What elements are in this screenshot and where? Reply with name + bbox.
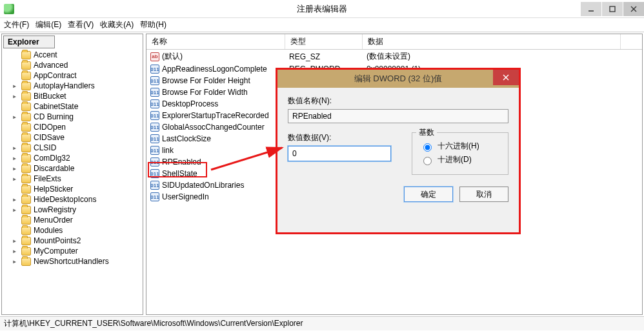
tree-item-label: Advanced: [34, 61, 68, 70]
col-type[interactable]: 类型: [285, 34, 363, 49]
list-pane[interactable]: 名称 类型 数据 ab(默认)REG_SZ(数值未设置)011AppReadin…: [146, 34, 643, 315]
tree-item-label: BitBucket: [34, 92, 66, 101]
expander-icon[interactable]: ▸: [12, 174, 19, 183]
tree-item[interactable]: Accent: [2, 50, 143, 60]
expander-icon[interactable]: ▸: [12, 195, 19, 204]
cancel-button[interactable]: 取消: [459, 187, 508, 202]
tree-item-label: LowRegistry: [34, 205, 76, 214]
tree-item-label: MountPoints2: [34, 236, 81, 245]
tree-item[interactable]: ▸MountPoints2: [2, 236, 143, 246]
dword-value-icon: 011: [150, 99, 159, 108]
value-name-field: [288, 109, 508, 123]
tree-item[interactable]: ▸NewShortcutHandlers: [2, 256, 143, 267]
minimize-button[interactable]: [581, 2, 601, 16]
tree-item-label: AppContract: [34, 71, 77, 80]
tree-item[interactable]: ▸MyComputer: [2, 246, 143, 256]
tree-item[interactable]: CabinetState: [2, 101, 143, 112]
value-data-label: 数值数据(V):: [288, 132, 399, 143]
col-data[interactable]: 数据: [363, 34, 621, 49]
col-name[interactable]: 名称: [146, 34, 285, 49]
folder-icon: [21, 257, 31, 266]
folder-icon: [21, 206, 31, 214]
tree-item[interactable]: CIDOpen: [2, 122, 143, 132]
tree-item[interactable]: ▸Discardable: [2, 163, 143, 174]
tree-pane[interactable]: Explorer AccentAdvancedAppContract▸Autop…: [1, 34, 143, 315]
value-name-label: 数值名称(N):: [288, 96, 508, 106]
dialog-close-button[interactable]: [493, 70, 519, 85]
tree-item[interactable]: ▸LowRegistry: [2, 205, 143, 215]
tree-item[interactable]: Advanced: [2, 60, 143, 70]
expander-icon[interactable]: ▸: [12, 205, 19, 214]
dword-value-icon: 011: [150, 146, 159, 155]
tree-item[interactable]: ▸FileExts: [2, 174, 143, 184]
table-row[interactable]: ab(默认)REG_SZ(数值未设置): [146, 50, 642, 63]
expander-icon[interactable]: ▸: [12, 143, 19, 152]
folder-icon: [21, 165, 31, 173]
radix-hex-radio[interactable]: [423, 143, 432, 152]
tree-item[interactable]: ▸AutoplayHandlers: [2, 81, 143, 91]
value-name: RPEnabled: [162, 157, 201, 166]
edit-dword-dialog: 编辑 DWORD (32 位)值 数值名称(N): 数值数据(V): 基数: [276, 68, 521, 234]
expander-icon[interactable]: ▸: [12, 92, 19, 101]
folder-icon: [21, 82, 31, 90]
maximize-button[interactable]: [602, 2, 623, 16]
value-name: Browse For Folder Width: [162, 88, 248, 97]
close-button[interactable]: [623, 2, 644, 16]
expander-icon[interactable]: ▸: [12, 164, 19, 173]
expander-icon[interactable]: ▸: [12, 81, 19, 90]
tree-item-label: HideDesktopIcons: [34, 195, 96, 204]
value-name: AppReadinessLogonComplete: [162, 65, 267, 74]
folder-icon: [21, 185, 31, 194]
tree-item[interactable]: ▸BitBucket: [2, 91, 143, 101]
folder-icon: [21, 144, 31, 152]
tree-item-label: Accent: [34, 50, 57, 59]
dword-value-icon: 011: [150, 65, 159, 74]
menu-file[interactable]: 文件(F): [4, 19, 29, 30]
tree-item-label: CIDSave: [34, 133, 65, 142]
tree-item[interactable]: ▸ComDlg32: [2, 153, 143, 163]
value-name: SIDUpdatedOnLibraries: [162, 181, 244, 190]
folder-icon: [21, 103, 31, 111]
dword-value-icon: 011: [150, 111, 159, 120]
value-name: ShellState: [162, 169, 197, 178]
expander-icon[interactable]: ▸: [12, 154, 19, 163]
tree-item[interactable]: MenuOrder: [2, 215, 143, 225]
menu-help[interactable]: 帮助(H): [140, 19, 166, 30]
dialog-titlebar[interactable]: 编辑 DWORD (32 位)值: [277, 70, 519, 88]
expander-icon[interactable]: ▸: [12, 247, 19, 256]
expander-icon[interactable]: ▸: [12, 112, 19, 121]
expander-icon[interactable]: ▸: [12, 236, 19, 245]
tree-item-label: Modules: [34, 226, 63, 235]
string-value-icon: ab: [150, 52, 159, 61]
tree-item-label: CabinetState: [34, 102, 78, 111]
value-data-field[interactable]: [288, 146, 391, 161]
folder-icon: [21, 113, 31, 121]
statusbar: 计算机\HKEY_CURRENT_USER\Software\Microsoft…: [0, 316, 644, 330]
value-name: (默认): [162, 51, 183, 62]
tree-item[interactable]: HelpSticker: [2, 184, 143, 194]
tree-item[interactable]: ▸HideDesktopIcons: [2, 194, 143, 205]
radix-dec-radio[interactable]: [423, 157, 432, 165]
tree-item-label: HelpSticker: [34, 185, 73, 194]
menu-favorites[interactable]: 收藏夹(A): [100, 19, 134, 30]
ok-button[interactable]: 确定: [404, 187, 453, 202]
value-data: (数值未设置): [363, 50, 621, 63]
tree-item-label: AutoplayHandlers: [34, 81, 95, 90]
expander-icon[interactable]: ▸: [12, 257, 19, 266]
tree-item[interactable]: CIDSave: [2, 132, 143, 143]
tree-item-label: ComDlg32: [34, 154, 70, 163]
dword-value-icon: 011: [150, 76, 159, 85]
menu-view[interactable]: 查看(V): [68, 19, 94, 30]
dword-value-icon: 011: [150, 88, 159, 97]
radix-dec-option[interactable]: 十进制(D): [420, 154, 500, 165]
tree-item[interactable]: ▸CD Burning: [2, 112, 143, 122]
tree-item[interactable]: AppContract: [2, 70, 143, 81]
tree-item[interactable]: ▸CLSID: [2, 143, 143, 153]
folder-icon: [21, 237, 31, 245]
window-title: 注册表编辑器: [0, 3, 644, 15]
folder-icon: [21, 216, 31, 225]
tree-item[interactable]: Modules: [2, 225, 143, 236]
tree-item-label: FileExts: [34, 174, 61, 183]
menu-edit[interactable]: 编辑(E): [35, 19, 61, 30]
radix-hex-option[interactable]: 十六进制(H): [420, 141, 500, 152]
